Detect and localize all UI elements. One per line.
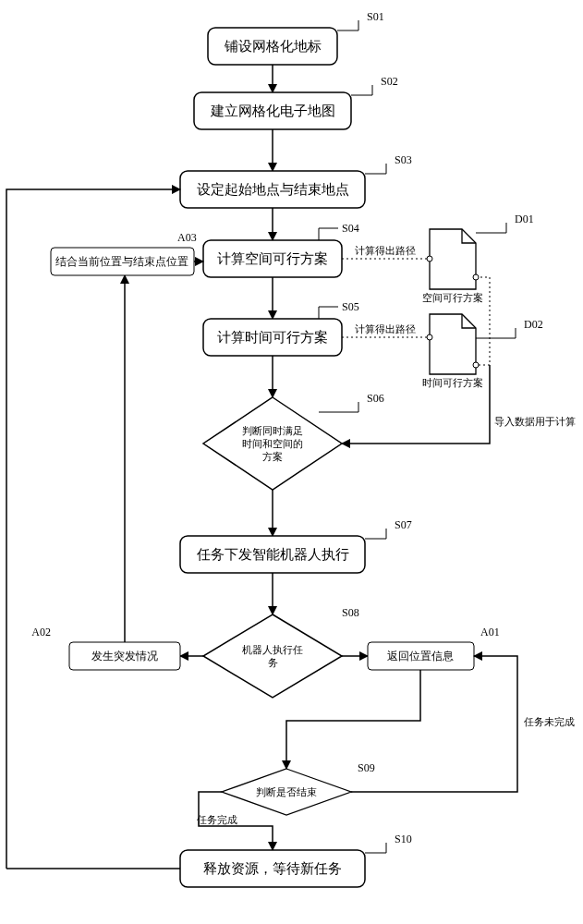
aux-a01-label: 返回位置信息 (387, 650, 454, 663)
aux-a02-id: A02 (31, 626, 51, 638)
step-s05-id: S05 (342, 300, 359, 313)
aux-a01-id: A01 (480, 626, 500, 638)
aux-a01: 返回位置信息 A01 (368, 626, 500, 670)
step-s02-id: S02 (381, 75, 398, 88)
edge-task-done: 任务完成 (196, 814, 237, 825)
doc-d01-label: 空间可行方案 (422, 292, 483, 303)
step-s05: 计算时间可行方案 S05 (203, 300, 359, 356)
aux-a03-label: 结合当前位置与结束点位置 (55, 255, 188, 268)
arrow-loop-to-s03 (6, 189, 180, 869)
step-s08-id: S08 (342, 606, 359, 619)
arrow-a01-s09 (286, 670, 420, 769)
step-s10-label: 释放资源，等待新任务 (203, 861, 342, 876)
step-s06-l2: 时间和空间的 (242, 438, 303, 449)
step-s03-label: 设定起始地点与结束地点 (197, 182, 349, 197)
step-s08-l1: 机器人执行任 (242, 644, 303, 655)
doc-d02-id: D02 (524, 318, 543, 331)
step-s08-decision: 机器人执行任 务 S08 (203, 606, 359, 698)
aux-a02: 发生突发情况 A02 (31, 626, 180, 670)
connector-d01-out (473, 274, 479, 280)
connector-d02-in (427, 334, 432, 340)
step-s05-label: 计算时间可行方案 (217, 330, 328, 345)
doc-d02-label: 时间可行方案 (422, 377, 483, 388)
step-s06-l3: 方案 (262, 451, 283, 462)
dotted-d01-d02-link (476, 277, 490, 365)
flowchart-canvas: 铺设网格化地标 S01 建立网格化电子地图 S02 设定起始地点与结束地点 S0… (0, 0, 583, 924)
step-s07-id: S07 (395, 518, 412, 531)
aux-a03-id: A03 (177, 231, 197, 244)
doc-d01: 空间可行方案 D01 (422, 213, 534, 303)
step-s02-label: 建立网格化电子地图 (210, 103, 335, 118)
edge-calc-path-1: 计算得出路径 (355, 245, 416, 256)
step-s07: 任务下发智能机器人执行 S07 (180, 518, 412, 573)
step-s06-id: S06 (367, 392, 384, 405)
step-s04-label: 计算空间可行方案 (217, 251, 328, 266)
step-s09-id: S09 (358, 761, 375, 774)
step-s06-decision: 判断同时满足 时间和空间的 方案 S06 (203, 392, 384, 490)
step-s02: 建立网格化电子地图 S02 (194, 75, 398, 129)
edge-not-done: 任务未完成 (523, 716, 575, 727)
step-s06-l1: 判断同时满足 (242, 425, 303, 436)
connector-d02-out (473, 362, 479, 368)
arrow-s09-loop (351, 656, 517, 792)
step-s01: 铺设网格化地标 S01 (208, 10, 384, 65)
step-s08-l2: 务 (268, 657, 278, 668)
aux-a03: 结合当前位置与结束点位置 A03 (51, 231, 197, 275)
aux-a02-label: 发生突发情况 (91, 650, 158, 663)
step-s03: 设定起始地点与结束地点 S03 (180, 153, 412, 208)
svg-marker-7 (203, 614, 342, 698)
step-s03-id: S03 (395, 153, 412, 166)
doc-d01-id: D01 (515, 213, 534, 225)
step-s10-id: S10 (395, 833, 412, 845)
doc-d02: 时间可行方案 D02 (422, 314, 543, 388)
step-s01-label: 铺设网格化地标 (224, 39, 322, 54)
step-s04: 计算空间可行方案 S04 (203, 222, 359, 277)
connector-d01-in (427, 256, 432, 261)
step-s01-id: S01 (367, 10, 384, 23)
step-s04-id: S04 (342, 222, 359, 235)
step-s09-decision: 判断是否结束 S09 (222, 761, 375, 815)
edge-calc-path-2: 计算得出路径 (355, 323, 416, 334)
step-s07-label: 任务下发智能机器人执行 (196, 547, 349, 562)
edge-import-data: 导入数据用于计算 (494, 416, 576, 427)
step-s10: 释放资源，等待新任务 S10 (180, 833, 412, 887)
step-s09-label: 判断是否结束 (256, 786, 317, 797)
